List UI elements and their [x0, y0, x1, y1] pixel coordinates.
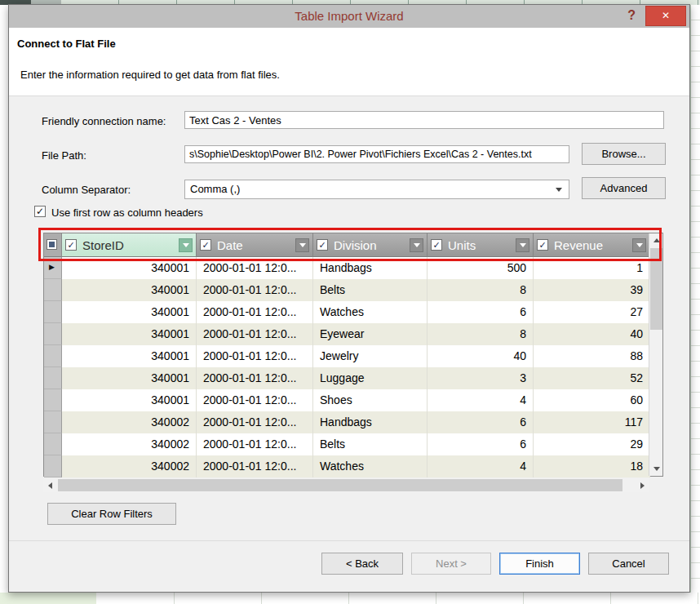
horizontal-scrollbar-thumb[interactable]: [58, 479, 622, 491]
column-header-storeid[interactable]: ✓StoreID: [62, 233, 197, 257]
column-checkbox[interactable]: ✓: [200, 239, 211, 251]
cell-revenue: 88: [534, 345, 650, 367]
cell-date: 2000-01-01 12:0...: [197, 455, 313, 477]
row-selector[interactable]: [44, 345, 62, 367]
column-filter-dropdown[interactable]: [410, 238, 423, 252]
dropdown-arrow-icon: [414, 243, 420, 247]
checkmark-icon: ✓: [36, 206, 44, 217]
cell-storeid: 340001: [62, 279, 197, 301]
column-filter-dropdown[interactable]: [179, 238, 193, 252]
select-all-columns-checkbox[interactable]: [44, 233, 62, 257]
table-row[interactable]: 3400012000-01-01 12:0...Jewelry4088: [44, 345, 650, 367]
column-filter-dropdown[interactable]: [632, 238, 646, 252]
column-checkbox[interactable]: ✓: [431, 239, 442, 251]
clear-row-filters-button[interactable]: Clear Row Filters: [47, 503, 176, 525]
title-bar[interactable]: Table Import Wizard ? ✕: [9, 5, 689, 28]
table-row[interactable]: 3400012000-01-01 12:0...Watches627: [44, 301, 650, 323]
column-header-date[interactable]: ✓Date: [197, 233, 313, 257]
scroll-left-button[interactable]: [43, 478, 57, 492]
row-selector[interactable]: [44, 455, 62, 477]
close-button[interactable]: ✕: [645, 6, 686, 26]
cell-revenue: 40: [534, 323, 650, 345]
column-header-revenue[interactable]: ✓Revenue: [534, 233, 650, 257]
table-row[interactable]: 3400012000-01-01 12:0...Eyewear840: [44, 323, 650, 345]
file-path-label: File Path:: [42, 149, 86, 162]
scroll-right-icon: [640, 482, 645, 489]
first-row-headers-checkbox[interactable]: ✓: [34, 206, 46, 217]
row-selector[interactable]: [44, 279, 62, 301]
row-selector[interactable]: ▶: [44, 257, 62, 279]
cell-date: 2000-01-01 12:0...: [197, 323, 313, 345]
cell-division: Eyewear: [313, 323, 428, 345]
finish-button[interactable]: Finish: [499, 553, 580, 575]
scroll-up-button[interactable]: [649, 233, 663, 247]
row-selector[interactable]: [44, 323, 62, 345]
excel-background-right: [690, 5, 700, 593]
cell-revenue: 52: [534, 367, 650, 389]
vertical-scrollbar[interactable]: [649, 233, 662, 476]
column-header-units[interactable]: ✓Units: [428, 233, 534, 257]
header-panel: Connect to Flat File Enter the informati…: [9, 28, 689, 96]
help-icon[interactable]: ?: [627, 8, 636, 23]
column-checkbox[interactable]: ✓: [317, 239, 328, 251]
cell-date: 2000-01-01 12:0...: [197, 433, 313, 455]
scroll-right-button[interactable]: [636, 478, 649, 492]
preview-grid: ✓StoreID✓Date✓Division✓Units✓Revenue ▶34…: [43, 233, 663, 477]
cell-units: 6: [428, 433, 534, 455]
cell-date: 2000-01-01 12:0...: [197, 279, 313, 301]
table-row[interactable]: ▶3400012000-01-01 12:0...Handbags5001: [44, 257, 650, 279]
cell-division: Watches: [313, 455, 428, 477]
cell-revenue: 39: [534, 279, 650, 301]
cancel-button[interactable]: Cancel: [588, 553, 669, 575]
table-row[interactable]: 3400012000-01-01 12:0...Belts839: [44, 279, 650, 301]
cell-units: 500: [428, 257, 534, 279]
advanced-button[interactable]: Advanced: [582, 177, 666, 199]
row-selector[interactable]: [44, 411, 62, 433]
window-title: Table Import Wizard: [9, 9, 689, 23]
scroll-up-icon: [653, 238, 660, 242]
column-label: Revenue: [554, 238, 632, 252]
row-selector[interactable]: [44, 301, 62, 323]
first-row-headers-label: Use first row as column headers: [51, 207, 203, 219]
table-row[interactable]: 3400022000-01-01 12:0...Watches418: [44, 455, 650, 477]
page-title: Connect to Flat File: [17, 38, 116, 50]
next-button[interactable]: Next >: [411, 553, 491, 575]
back-button[interactable]: < Back: [321, 553, 403, 575]
cell-units: 8: [428, 279, 534, 301]
cell-units: 40: [428, 345, 534, 367]
column-separator-select[interactable]: Comma (,): [184, 180, 569, 199]
column-filter-dropdown[interactable]: [516, 238, 529, 252]
cell-storeid: 340001: [62, 367, 197, 389]
current-row-icon: ▶: [49, 263, 55, 271]
column-header-division[interactable]: ✓Division: [313, 233, 428, 257]
table-row[interactable]: 3400022000-01-01 12:0...Handbags6117: [44, 411, 650, 433]
row-selector[interactable]: [44, 367, 62, 389]
column-checkbox[interactable]: ✓: [537, 239, 548, 251]
row-selector[interactable]: [44, 433, 62, 455]
table-import-wizard-dialog: Table Import Wizard ? ✕ Connect to Flat …: [8, 4, 690, 593]
column-label: Date: [217, 238, 295, 252]
grid-header-row: ✓StoreID✓Date✓Division✓Units✓Revenue: [44, 233, 650, 257]
column-separator-label: Column Separator:: [42, 184, 131, 196]
cell-storeid: 340002: [62, 455, 197, 477]
cell-storeid: 340001: [62, 389, 197, 411]
cell-date: 2000-01-01 12:0...: [197, 411, 313, 433]
file-path-input[interactable]: [184, 145, 569, 163]
select-all-checkbox-box: [47, 239, 57, 250]
excel-cell-green: [0, 593, 96, 604]
cell-division: Jewelry: [313, 345, 428, 367]
scroll-down-icon: [653, 467, 660, 471]
column-checkbox[interactable]: ✓: [65, 239, 77, 251]
connection-name-input[interactable]: [184, 111, 664, 129]
cell-division: Handbags: [313, 411, 428, 433]
chevron-down-icon: [556, 188, 562, 192]
table-row[interactable]: 3400012000-01-01 12:0...Shoes460: [44, 389, 650, 411]
vertical-scrollbar-thumb[interactable]: [650, 248, 662, 330]
browse-button[interactable]: Browse...: [582, 143, 666, 165]
row-selector[interactable]: [44, 389, 62, 411]
table-row[interactable]: 3400012000-01-01 12:0...Luggage352: [44, 367, 650, 389]
column-filter-dropdown[interactable]: [295, 238, 309, 252]
horizontal-scrollbar[interactable]: [43, 478, 649, 492]
scroll-down-button[interactable]: [649, 462, 663, 476]
table-row[interactable]: 3400022000-01-01 12:0...Belts629: [44, 433, 650, 455]
